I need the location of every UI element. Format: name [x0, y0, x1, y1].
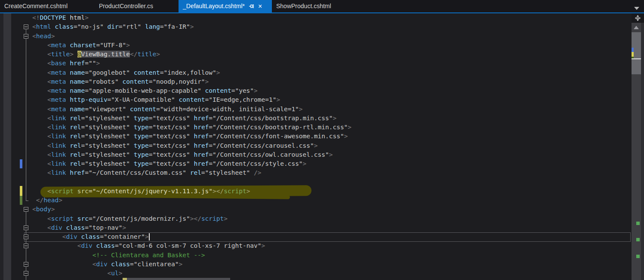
scrollbar-mark-caret — [632, 58, 641, 59]
code-line: <!-- Clientarea and Basket --> — [32, 251, 351, 260]
tab-showproduct[interactable]: ShowProduct.cshtml — [272, 0, 341, 12]
fold-collapse-box[interactable] — [24, 207, 28, 212]
fold-guide-line — [26, 212, 26, 225]
tab-productcontroller[interactable]: ProductController.cs — [95, 0, 179, 12]
code-line: <meta http-equiv="X-UA-Compatible" conte… — [32, 95, 351, 104]
code-line: <meta name="viewport" content="width=dev… — [32, 105, 351, 114]
code-line: <script src="/Content/js/modernizr.js"><… — [32, 214, 351, 223]
fold-collapse-box[interactable] — [24, 243, 28, 248]
pin-icon[interactable] — [249, 3, 254, 9]
code-line: <link rel="stylesheet" type="text/css" h… — [32, 159, 351, 168]
code-line: <div class="top-nav"> — [32, 223, 351, 232]
code-line: <script src="~/Content/js/jquery-v1.11.3… — [32, 187, 351, 196]
code-line: <div class="col-md-6 col-sm-7 col-xs-7 r… — [32, 241, 351, 250]
change-bar-green — [20, 196, 22, 205]
scrollbar-mark-saved-green — [636, 255, 640, 258]
scrollbar-mark-change-yellow — [632, 52, 634, 57]
text-caret — [149, 233, 150, 240]
partial-razor-at — [123, 278, 127, 280]
scrollbar-mark-saved-green — [636, 222, 640, 225]
fold-collapse-box[interactable] — [24, 234, 28, 239]
code-line: <link rel="stylesheet" type="text/css" h… — [32, 114, 351, 123]
scrollbar-right-strip — [641, 13, 644, 280]
code-line: <body> — [32, 205, 351, 214]
code-line: <div class="container"> — [32, 232, 351, 241]
code-line — [32, 178, 351, 187]
code-line: <link rel="stylesheet" type="text/css" h… — [32, 141, 351, 150]
editor-left-strip — [0, 13, 3, 280]
code-line: <html class="no-js" dir="rtl" lang="fa-I… — [32, 22, 351, 31]
fold-collapse-box[interactable] — [24, 225, 28, 230]
code-line: <meta charset="UTF-8"> — [32, 41, 351, 50]
editor-window: CreateComment.cshtml ProductController.c… — [0, 0, 644, 280]
code-line: <!DOCTYPE html> — [32, 13, 351, 22]
code-line: <meta name="googlebot" content="index,fo… — [32, 68, 351, 77]
tab-label: CreateComment.cshtml — [4, 3, 68, 9]
code-line: <link rel="stylesheet" type="text/css" h… — [32, 123, 351, 132]
code-line: <ul> — [32, 269, 351, 278]
fold-collapse-box[interactable] — [24, 262, 28, 267]
fold-guide-line — [26, 276, 26, 280]
fold-guide-line — [26, 239, 26, 243]
code-area[interactable]: <!DOCTYPE html><html class="no-js" dir="… — [32, 13, 351, 278]
split-editor-handle[interactable] — [632, 13, 644, 23]
close-icon[interactable]: × — [258, 0, 262, 12]
code-line: <div class="clientarea"> — [32, 260, 351, 269]
code-line: <link href="~/Content/css/Custom.css" re… — [32, 168, 351, 177]
tab-label: _DefaultLayout.cshtml* — [183, 0, 245, 12]
chevron-down-icon[interactable] — [634, 7, 639, 10]
splitter-icon — [635, 15, 641, 21]
tab-label: ProductController.cs — [99, 3, 153, 9]
code-line: </head> — [32, 196, 351, 205]
code-line: <link rel="stylesheet" type="text/css" h… — [32, 132, 351, 141]
fold-collapse-box[interactable] — [24, 24, 28, 29]
tab-label: ShowProduct.cshtml — [276, 3, 331, 9]
fold-collapse-box[interactable] — [24, 34, 28, 39]
change-bar-blue — [20, 159, 22, 168]
tab-defaultlayout-active[interactable]: _DefaultLayout.cshtml* × — [179, 0, 272, 12]
scrollbar-mark-saved-green — [636, 238, 640, 241]
fold-guide-line — [26, 230, 26, 234]
fold-collapse-box[interactable] — [24, 271, 28, 276]
scrollbar-mark-change-blue — [632, 48, 634, 52]
tab-createcomment[interactable]: CreateComment.cshtml — [0, 0, 95, 12]
fold-guide-line — [26, 267, 26, 271]
code-line: <base href=""> — [32, 59, 351, 68]
fold-guide-line — [26, 39, 26, 201]
glyph-margin — [3, 13, 11, 280]
code-line: <meta name="apple-mobile-web-app-capable… — [32, 86, 351, 95]
tab-bar: CreateComment.cshtml ProductController.c… — [0, 0, 644, 12]
code-line: <title> @ViewBag.title</title> — [32, 50, 351, 59]
change-bar-yellow — [20, 186, 22, 196]
fold-guide-line — [26, 248, 26, 262]
code-line: <link rel="stylesheet" type="text/css" h… — [32, 150, 351, 159]
scroll-up-arrow-icon[interactable] — [634, 26, 639, 29]
code-line: <meta name="robots" content="noodp,noydi… — [32, 77, 351, 86]
code-line: <head> — [32, 32, 351, 41]
fold-guide-line — [26, 29, 26, 33]
partial-razor-code — [127, 278, 230, 280]
fold-guide-tick — [26, 201, 28, 201]
